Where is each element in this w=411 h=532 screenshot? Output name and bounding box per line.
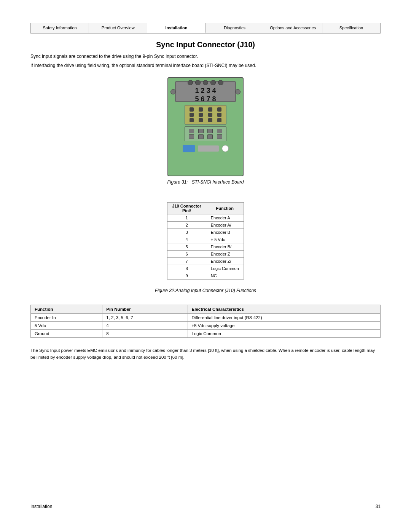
main-col2-header: Pin Number <box>102 305 188 314</box>
main-pin: 1, 2, 3, 5, 6, 7 <box>102 314 188 322</box>
page-title: Sync Input Connector (J10) <box>30 40 381 49</box>
main-electrical: Logic Common <box>188 330 380 338</box>
figure32-container: J10 ConnectorPin# Function 1Encoder A2En… <box>30 197 381 293</box>
main-col1-header: Function <box>31 305 102 314</box>
j10-function: NC <box>206 272 244 280</box>
j10-table-container: J10 ConnectorPin# Function 1Encoder A2En… <box>167 202 244 280</box>
tab-installation[interactable]: Installation <box>147 23 206 33</box>
j10-function: Logic Common <box>206 265 244 272</box>
tab-options-accessories[interactable]: Options and Accessories <box>264 23 322 33</box>
j10-function: Encoder Z <box>206 251 244 258</box>
main-table-row: Encoder In1, 2, 3, 5, 6, 7Differential l… <box>31 314 381 322</box>
j10-table-row: 7Encoder Z/ <box>167 258 244 265</box>
figure31-container: 1 2 3 4 5 6 7 8 <box>30 77 381 185</box>
j10-function: Encoder B/ <box>206 243 244 251</box>
tab-product-overview[interactable]: Product Overview <box>89 23 147 33</box>
j10-pin: 7 <box>167 258 206 265</box>
j10-function: + 5 Vdc <box>206 236 244 243</box>
j10-table-row: 6Encoder Z <box>167 251 244 258</box>
figure31-caption: Figure 31: STI-SNCI Interface Board <box>167 179 244 185</box>
j10-table-row: 1Encoder A <box>167 214 244 222</box>
j10-table-row: 9NC <box>167 272 244 280</box>
main-function: 5 Vdc <box>31 322 102 330</box>
j10-function: Encoder A/ <box>206 222 244 229</box>
j10-function: Encoder B <box>206 229 244 236</box>
j10-function: Encoder Z/ <box>206 258 244 265</box>
board-illustration: 1 2 3 4 5 6 7 8 <box>167 77 244 176</box>
main-table-row: Ground8Logic Common <box>31 330 381 338</box>
footer-right: 31 <box>376 504 381 509</box>
main-function: Encoder In <box>31 314 102 322</box>
intro-line1: Sync Input signals are connected to the … <box>30 53 381 60</box>
j10-table-row: 2Encoder A/ <box>167 222 244 229</box>
footer-left: Installation <box>30 504 52 509</box>
main-data-table: Function Pin Number Electrical Character… <box>30 305 381 338</box>
j10-pin: 3 <box>167 229 206 236</box>
main-electrical: +5 Vdc supply voltage <box>188 322 380 330</box>
main-function: Ground <box>31 330 102 338</box>
j10-table-row: 5Encoder B/ <box>167 243 244 251</box>
main-col3-header: Electrical Characteristics <box>188 305 380 314</box>
tab-safety-information[interactable]: Safety Information <box>31 23 89 33</box>
j10-pin: 8 <box>167 265 206 272</box>
note-text: The Sync Input power meets EMC emissions… <box>30 347 381 361</box>
j10-pin: 5 <box>167 243 206 251</box>
intro-line2: If interfacing the drive using field wir… <box>30 62 381 69</box>
j10-pin: 6 <box>167 251 206 258</box>
tab-specification[interactable]: Specification <box>322 23 380 33</box>
tab-diagnostics[interactable]: Diagnostics <box>206 23 264 33</box>
nav-tabs: Safety Information Product Overview Inst… <box>30 23 381 34</box>
main-table-row: 5 Vdc4+5 Vdc supply voltage <box>31 322 381 330</box>
j10-col2-header: Function <box>206 203 244 214</box>
main-pin: 8 <box>102 330 188 338</box>
figure32-caption: Figure 32:Analog Input Connector (J10) F… <box>155 288 256 293</box>
j10-pin: 1 <box>167 214 206 222</box>
main-pin: 4 <box>102 322 188 330</box>
main-electrical: Differential line driver input (RS 422) <box>188 314 380 322</box>
j10-table-row: 3Encoder B <box>167 229 244 236</box>
j10-connector-table: J10 ConnectorPin# Function 1Encoder A2En… <box>167 202 244 280</box>
j10-pin: 2 <box>167 222 206 229</box>
j10-pin: 4 <box>167 236 206 243</box>
j10-function: Encoder A <box>206 214 244 222</box>
page: Safety Information Product Overview Inst… <box>0 0 411 532</box>
j10-table-row: 8Logic Common <box>167 265 244 272</box>
footer: Installation 31 <box>30 496 381 509</box>
j10-col1-header: J10 ConnectorPin# <box>167 203 206 214</box>
j10-table-row: 4+ 5 Vdc <box>167 236 244 243</box>
j10-pin: 9 <box>167 272 206 280</box>
